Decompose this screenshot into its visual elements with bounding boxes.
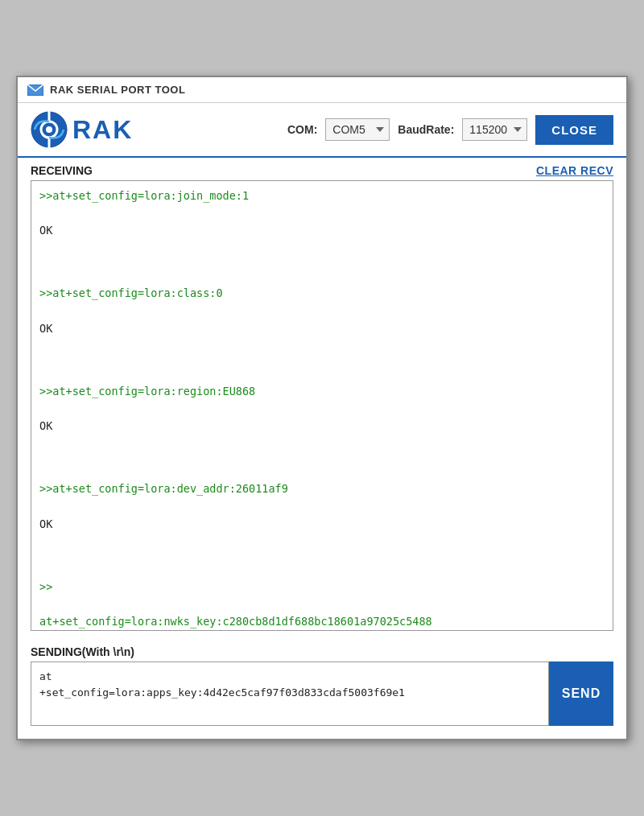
rak-brand-text: RAK <box>72 115 133 145</box>
rak-logo-icon <box>31 111 68 148</box>
recv-line: OK <box>39 320 605 338</box>
recv-line: OK <box>39 222 605 240</box>
title-bar-text: RAK SERIAL PORT TOOL <box>50 84 185 96</box>
recv-line: at+set_config=lora:nwks_key:c280cb8d1df6… <box>39 613 605 631</box>
rak-logo: RAK <box>31 111 133 148</box>
clear-recv-button[interactable]: CLEAR RECV <box>536 164 613 177</box>
envelope-icon <box>27 84 43 96</box>
sending-section: SENDING(With \r\n) SEND <box>31 641 613 726</box>
sending-row: SEND <box>31 661 613 726</box>
main-content: RECEIVING CLEAR RECV >>at+set_config=lor… <box>18 158 626 739</box>
close-button[interactable]: CLOSE <box>535 115 613 145</box>
baud-select[interactable]: 115200 <box>462 118 527 141</box>
recv-line: >>at+set_config=lora:join_mode:1 <box>39 188 605 205</box>
toolbar-controls: COM: COM5 BaudRate: 115200 CLOSE <box>287 115 613 145</box>
recv-line: >>at+set_config=lora:region:EU868 <box>39 383 605 401</box>
recv-line: OK <box>39 418 605 435</box>
receiving-header: RECEIVING CLEAR RECV <box>31 158 613 180</box>
recv-line <box>39 550 605 562</box>
recv-line: >>at+set_config=lora:class:0 <box>39 285 605 303</box>
recv-line <box>39 257 605 268</box>
title-bar: RAK SERIAL PORT TOOL <box>18 77 626 103</box>
com-label: COM: <box>287 123 317 136</box>
main-window: RAK SERIAL PORT TOOL RAK COM: COM5 <box>16 76 628 740</box>
sending-label: SENDING(With \r\n) <box>31 641 613 661</box>
recv-line: >> <box>39 579 605 596</box>
receiving-area[interactable]: >>at+set_config=lora:join_mode:1OK >>at+… <box>31 180 613 631</box>
baud-label: BaudRate: <box>398 123 454 136</box>
receiving-label: RECEIVING <box>31 164 93 177</box>
recv-line <box>39 452 605 464</box>
recv-line: >>at+set_config=lora:dev_addr:26011af9 <box>39 480 605 498</box>
toolbar: RAK COM: COM5 BaudRate: 115200 CLOSE <box>18 103 626 158</box>
send-input[interactable] <box>31 661 549 726</box>
svg-point-3 <box>46 126 52 133</box>
send-button[interactable]: SEND <box>549 661 613 726</box>
recv-line <box>39 355 605 366</box>
recv-line: OK <box>39 516 605 534</box>
com-select[interactable]: COM5 <box>325 118 390 141</box>
